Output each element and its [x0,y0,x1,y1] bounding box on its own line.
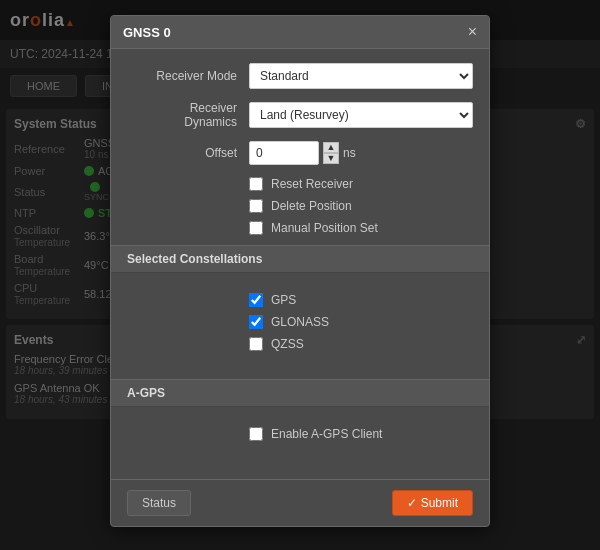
reset-receiver-label[interactable]: Reset Receiver [271,177,353,191]
offset-row: Offset ▲ ▼ ns [127,141,473,165]
offset-control: ▲ ▼ ns [249,141,356,165]
gps-checkbox[interactable] [249,293,263,307]
glonass-label[interactable]: GLONASS [271,315,329,329]
status-button[interactable]: Status [127,490,191,516]
modal-footer: Status ✓ Submit [111,479,489,526]
submit-button[interactable]: ✓ Submit [392,490,473,516]
qzss-checkbox[interactable] [249,337,263,351]
gps-label[interactable]: GPS [271,293,296,307]
modal-header: GNSS 0 × [111,16,489,49]
offset-unit: ns [343,146,356,160]
reset-receiver-checkbox[interactable] [249,177,263,191]
offset-label: Offset [127,146,237,160]
receiver-mode-label: Receiver Mode [127,69,237,83]
receiver-mode-select[interactable]: Standard Survey Timing [249,63,473,89]
delete-position-checkbox[interactable] [249,199,263,213]
receiver-dynamics-label: ReceiverDynamics [127,101,237,129]
receiver-mode-row: Receiver Mode Standard Survey Timing [127,63,473,89]
receiver-dynamics-control: Land (Resurvey) Stationary Pedestrian Au… [249,102,473,128]
gnss-modal: GNSS 0 × Receiver Mode Standard Survey T… [110,15,490,527]
receiver-dynamics-select[interactable]: Land (Resurvey) Stationary Pedestrian Au… [249,102,473,128]
modal-title: GNSS 0 [123,25,171,40]
receiver-mode-control: Standard Survey Timing [249,63,473,89]
selected-constellations-section: Selected Constellations [111,245,489,273]
glonass-checkbox[interactable] [249,315,263,329]
constellations-body: GPS GLONASS QZSS [127,283,473,369]
submit-icon: ✓ [407,496,417,510]
delete-position-label[interactable]: Delete Position [271,199,352,213]
offset-decrement[interactable]: ▼ [323,153,339,164]
offset-input[interactable] [249,141,319,165]
manual-position-row: Manual Position Set [127,221,473,235]
modal-close-button[interactable]: × [468,24,477,40]
delete-position-row: Delete Position [127,199,473,213]
selected-constellations-label: Selected Constellations [127,252,262,266]
agps-label: A-GPS [127,386,165,400]
submit-label: Submit [421,496,458,510]
enable-agps-row: Enable A-GPS Client [127,427,473,441]
offset-spinner: ▲ ▼ [323,142,339,164]
agps-body: Enable A-GPS Client [127,417,473,459]
modal-body: Receiver Mode Standard Survey Timing Rec… [111,49,489,473]
enable-agps-checkbox[interactable] [249,427,263,441]
offset-increment[interactable]: ▲ [323,142,339,153]
enable-agps-label[interactable]: Enable A-GPS Client [271,427,382,441]
reset-receiver-row: Reset Receiver [127,177,473,191]
qzss-row: QZSS [127,337,473,351]
glonass-row: GLONASS [127,315,473,329]
receiver-dynamics-row: ReceiverDynamics Land (Resurvey) Station… [127,101,473,129]
qzss-label[interactable]: QZSS [271,337,304,351]
modal-overlay: GNSS 0 × Receiver Mode Standard Survey T… [0,0,600,550]
manual-position-checkbox[interactable] [249,221,263,235]
gps-row: GPS [127,293,473,307]
manual-position-label[interactable]: Manual Position Set [271,221,378,235]
agps-section: A-GPS [111,379,489,407]
